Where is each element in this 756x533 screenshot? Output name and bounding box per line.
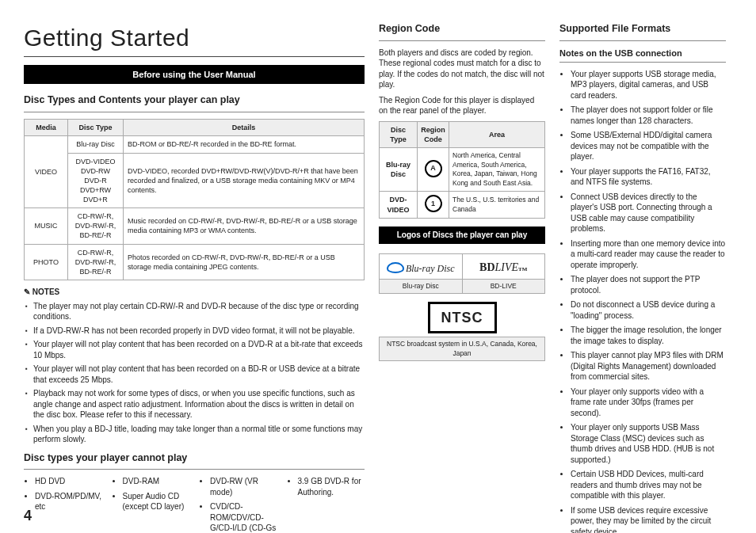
th-media: Media	[25, 120, 68, 136]
usb-note: Connect USB devices directly to the play…	[571, 192, 726, 234]
usb-note: The bigger the image resolution, the lon…	[571, 325, 726, 346]
td-type-photo: CD-RW/-R, DVD-RW/-R, BD-RE/-R	[68, 244, 124, 280]
region-a-icon	[425, 160, 442, 177]
note-item: Playback may not work for some types of …	[33, 388, 365, 421]
th-disc-type: Disc Type	[68, 120, 124, 136]
usb-notes-list: Your player supports USB storage media, …	[559, 69, 726, 533]
bdlive-text: LIVE	[495, 261, 519, 273]
section-bar-before-using: Before using the User Manual	[24, 65, 365, 85]
disc-types-table: Media Disc Type Details VIDEO Blu-ray Di…	[24, 119, 365, 280]
region-para-2: The Region Code for this player is displ…	[379, 95, 545, 116]
ntsc-logo: NTSC	[428, 302, 497, 333]
td-media-video: VIDEO	[25, 136, 68, 208]
heading-file-formats: Supported File Formats	[559, 22, 726, 41]
bluray-label: Blu-ray Disc	[380, 280, 462, 293]
th-region-code: Region Code	[418, 121, 449, 147]
usb-note: This player cannot play MP3 files with D…	[571, 350, 726, 383]
heading-usb-notes: Notes on the USB connection	[559, 48, 726, 63]
bluray-logo-text: Blu-ray Disc	[406, 263, 455, 274]
td-type-music: CD-RW/-R, DVD-RW/-R, BD-RE/-R	[68, 208, 124, 244]
logo-label-row: Blu-ray Disc BD-LIVE	[379, 280, 545, 294]
td-dvd-type: DVD-VIDEO	[380, 192, 418, 219]
cannot-item: HD DVD	[35, 476, 102, 487]
td-det-bluray: BD-ROM or BD-RE/-R recorded in the BD-RE…	[124, 136, 365, 153]
bdlive-label: BD-LIVE	[462, 280, 545, 293]
bluray-logo: Blu-ray Disc	[380, 254, 462, 279]
bluray-swirl-icon	[387, 262, 404, 273]
td-det-dvd: DVD-VIDEO, recorded DVD+RW/DVD-RW(V)/DVD…	[124, 153, 365, 208]
usb-note: Inserting more than one memory device in…	[571, 238, 726, 271]
notes-list: The player may not play certain CD-RW/-R…	[24, 301, 365, 445]
usb-note: Your player only supports USB Mass Stora…	[571, 422, 726, 465]
note-item: Your player will not play content that h…	[33, 339, 365, 360]
logo-row: Blu-ray Disc BDLIVETM	[379, 253, 545, 280]
usb-note: Your player only supports video with a f…	[571, 386, 726, 419]
td-det-photo: Photos recorded on CD-RW/-R, DVD-RW/-R, …	[124, 244, 365, 280]
heading-disc-types: Disc Types and Contents your player can …	[24, 93, 365, 112]
td-media-photo: PHOTO	[25, 244, 68, 280]
bdlive-logo: BDLIVETM	[462, 254, 545, 279]
usb-note: Your player supports the FAT16, FAT32, a…	[571, 166, 726, 188]
notes-heading: NOTES	[24, 287, 365, 298]
usb-note: If some USB devices require excessive po…	[571, 505, 726, 533]
region-1-icon	[425, 195, 442, 212]
cannot-item: DVD-RW (VR mode)	[210, 476, 277, 497]
cannot-item: 3.9 GB DVD-R for Authoring.	[298, 476, 365, 497]
td-type-bluray: Blu-ray Disc	[68, 136, 124, 153]
td-bluray-area: North America, Central America, South Am…	[449, 148, 545, 192]
cannot-play-columns: HD DVD DVD-ROM/PD/MV, etc DVD-RAM Super …	[24, 476, 365, 533]
bdlive-prefix: BD	[479, 261, 494, 273]
note-item: The player may not play certain CD-RW/-R…	[33, 301, 365, 322]
td-type-dvd: DVD-VIDEO DVD-RW DVD-R DVD+RW DVD+R	[68, 153, 124, 208]
region-table: Disc Type Region Code Area Blu-ray Disc …	[379, 121, 545, 219]
td-det-music: Music recorded on CD-RW/-R, DVD-RW/-R, B…	[124, 208, 365, 244]
note-item: Your player will not play content that h…	[33, 364, 365, 385]
td-media-music: MUSIC	[25, 208, 68, 244]
usb-note: Some USB/External HDD/digital camera dev…	[571, 130, 726, 162]
usb-note: Your player supports USB storage media, …	[571, 69, 726, 101]
td-dvd-area: The U.S., U.S. territories and Canada	[449, 192, 545, 219]
ntsc-label: NTSC broadcast system in U.S.A, Canada, …	[379, 337, 545, 361]
th-details: Details	[124, 120, 365, 136]
th-area: Area	[449, 121, 545, 147]
td-bluray-type: Blu-ray Disc	[380, 148, 418, 192]
th-disc-type: Disc Type	[380, 121, 418, 147]
usb-note: The player does not support folder or fi…	[571, 105, 726, 126]
section-bar-logos: Logos of Discs the player can play	[379, 227, 545, 244]
page-title: Getting Started	[24, 22, 365, 57]
bdlive-tm: TM	[518, 266, 527, 272]
cannot-item: CVD/CD-ROM/CDV/CD-G/CD-I/LD (CD-Gs play …	[210, 501, 277, 533]
heading-cannot-play: Disc types your player cannot play	[24, 451, 365, 470]
note-item: When you play a BD-J title, loading may …	[33, 424, 365, 445]
td-dvd-code	[418, 192, 449, 219]
page-number: 4	[24, 506, 32, 525]
cannot-item: DVD-RAM	[123, 476, 190, 487]
usb-note: Certain USB HDD Devices, multi-card read…	[571, 469, 726, 501]
note-item: If a DVD-RW/-R has not been recorded pro…	[33, 326, 365, 337]
region-para-1: Both players and discs are coded by regi…	[379, 48, 545, 90]
usb-note: The player does not support the PTP prot…	[571, 274, 726, 295]
cannot-item: Super Audio CD (except CD layer)	[123, 491, 190, 512]
usb-note: Do not disconnect a USB device during a …	[571, 299, 726, 321]
heading-region-code: Region Code	[379, 22, 545, 41]
td-bluray-code	[418, 148, 449, 192]
cannot-item: DVD-ROM/PD/MV, etc	[35, 491, 102, 512]
